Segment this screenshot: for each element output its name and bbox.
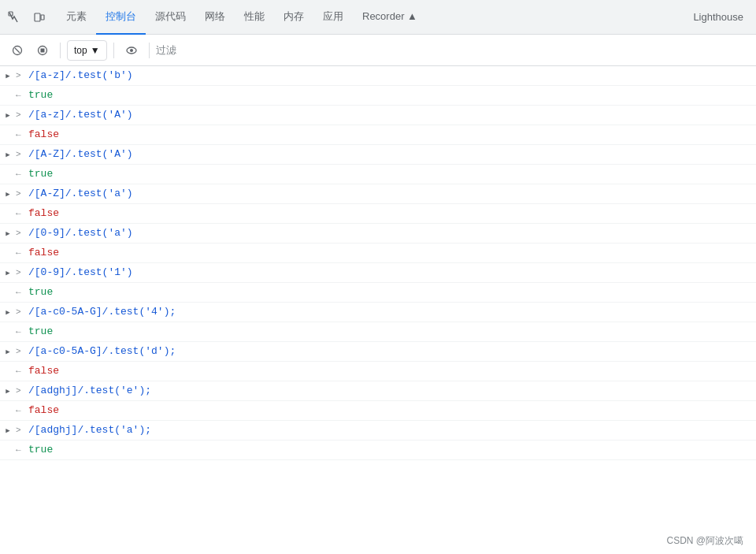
console-row: ←true bbox=[0, 86, 756, 106]
console-row: ←false bbox=[0, 204, 756, 224]
tab-performance[interactable]: 性能 bbox=[235, 0, 274, 35]
expand-arrow-icon[interactable]: ▶ bbox=[0, 149, 16, 159]
tab-bar: 元素 控制台 源代码 网络 性能 内存 应用 Recorder ▲ Lighth… bbox=[0, 0, 756, 35]
svg-rect-2 bbox=[41, 15, 44, 20]
expand-arrow-icon[interactable]: ▶ bbox=[0, 346, 16, 356]
console-row-content: /[a-z]/.test('A') bbox=[28, 107, 756, 123]
row-direction-indicator: > bbox=[16, 385, 28, 396]
console-row-content: /[0-9]/.test('a') bbox=[28, 225, 756, 241]
console-row: ▶>/[a-z]/.test('b') bbox=[0, 66, 756, 86]
console-row-content: false bbox=[28, 206, 756, 221]
expand-arrow-icon bbox=[0, 333, 16, 334]
console-row-content: /[A-Z]/.test('A') bbox=[28, 147, 756, 162]
toolbar: top ▼ bbox=[0, 35, 756, 66]
row-direction-indicator: ← bbox=[16, 366, 28, 376]
console-row-content: /[a-c0-5A-G]/.test('d'); bbox=[28, 344, 756, 359]
tab-console[interactable]: 控制台 bbox=[96, 0, 146, 35]
row-direction-indicator: ← bbox=[16, 444, 28, 455]
console-row-content: /[adghj]/.test('a'); bbox=[28, 422, 756, 438]
divider-3 bbox=[149, 43, 150, 58]
expand-arrow-icon[interactable]: ▶ bbox=[0, 267, 16, 277]
row-direction-indicator: ← bbox=[16, 326, 28, 336]
expand-arrow-icon[interactable]: ▶ bbox=[0, 70, 16, 80]
expand-arrow-icon bbox=[0, 136, 16, 137]
console-row-content: /[a-z]/.test('b') bbox=[28, 68, 756, 84]
expand-arrow-icon bbox=[0, 372, 16, 374]
stop-button[interactable] bbox=[32, 39, 54, 61]
expand-arrow-icon[interactable]: ▶ bbox=[0, 228, 16, 238]
tab-network[interactable]: 网络 bbox=[195, 0, 235, 35]
console-row-content: false bbox=[28, 127, 756, 143]
console-area: ▶>/[a-z]/.test('b')←true▶>/[a-z]/.test('… bbox=[0, 66, 756, 554]
tab-memory[interactable]: 内存 bbox=[274, 0, 313, 35]
inspect-icon[interactable] bbox=[3, 6, 25, 28]
console-row: ▶>/[0-9]/.test('a') bbox=[0, 224, 756, 244]
console-row-content: true bbox=[28, 166, 756, 182]
row-direction-indicator: ← bbox=[16, 287, 28, 297]
console-row: ←true bbox=[0, 165, 756, 184]
expand-arrow-icon[interactable]: ▶ bbox=[0, 385, 16, 396]
expand-arrow-icon bbox=[0, 293, 16, 295]
tab-recorder[interactable]: Recorder ▲ bbox=[353, 0, 427, 35]
console-row: ▶>/[0-9]/.test('1') bbox=[0, 263, 756, 283]
tab-lighthouse[interactable]: Lighthouse bbox=[684, 0, 753, 35]
tab-elements[interactable]: 元素 bbox=[57, 0, 96, 35]
console-row: ←true bbox=[0, 283, 756, 303]
console-row-content: /[A-Z]/.test('a') bbox=[28, 186, 756, 202]
row-direction-indicator: ← bbox=[16, 169, 28, 179]
console-row: ▶>/[adghj]/.test('e'); bbox=[0, 381, 756, 401]
console-row-content: true bbox=[28, 284, 756, 300]
tab-sources[interactable]: 源代码 bbox=[146, 0, 195, 35]
row-direction-indicator: ← bbox=[16, 208, 28, 218]
console-row: ←true bbox=[0, 322, 756, 342]
divider-2 bbox=[113, 43, 114, 58]
expand-arrow-icon bbox=[0, 96, 16, 98]
console-row-content: true bbox=[28, 324, 756, 340]
expand-arrow-icon[interactable]: ▶ bbox=[0, 110, 16, 120]
row-direction-indicator: > bbox=[16, 267, 28, 277]
row-direction-indicator: > bbox=[16, 307, 28, 317]
clear-console-button[interactable] bbox=[6, 39, 28, 61]
expand-arrow-icon bbox=[0, 411, 16, 413]
expand-arrow-icon[interactable]: ▶ bbox=[0, 307, 16, 317]
expand-arrow-icon bbox=[0, 175, 16, 177]
row-direction-indicator: > bbox=[16, 110, 28, 120]
console-row-content: true bbox=[28, 442, 756, 458]
context-selector[interactable]: top ▼ bbox=[67, 40, 107, 61]
console-row-content: /[0-9]/.test('1') bbox=[28, 265, 756, 281]
row-direction-indicator: ← bbox=[16, 247, 28, 258]
expand-arrow-icon bbox=[0, 451, 16, 452]
device-icon[interactable] bbox=[28, 6, 50, 28]
console-row-content: false bbox=[28, 403, 756, 418]
eye-icon-button[interactable] bbox=[120, 39, 143, 61]
console-row: ←false bbox=[0, 362, 756, 381]
svg-rect-1 bbox=[35, 13, 40, 21]
context-label: top bbox=[74, 45, 87, 56]
expand-arrow-icon bbox=[0, 214, 16, 216]
console-row: ▶>/[A-Z]/.test('A') bbox=[0, 145, 756, 165]
row-direction-indicator: > bbox=[16, 228, 28, 238]
console-row: ▶>/[a-c0-5A-G]/.test('4'); bbox=[0, 303, 756, 322]
console-row-content: false bbox=[28, 363, 756, 379]
row-direction-indicator: ← bbox=[16, 405, 28, 415]
divider-1 bbox=[60, 43, 61, 58]
console-row-content: false bbox=[28, 245, 756, 261]
console-row: ←false bbox=[0, 244, 756, 263]
svg-point-8 bbox=[130, 49, 133, 52]
tab-application[interactable]: 应用 bbox=[313, 0, 353, 35]
chevron-down-icon: ▼ bbox=[91, 45, 100, 56]
watermark: CSDN @阿波次噶 bbox=[666, 534, 743, 548]
row-direction-indicator: > bbox=[16, 70, 28, 80]
console-row: ▶>/[a-c0-5A-G]/.test('d'); bbox=[0, 342, 756, 362]
expand-arrow-icon[interactable]: ▶ bbox=[0, 188, 16, 199]
svg-rect-6 bbox=[41, 48, 45, 52]
expand-arrow-icon[interactable]: ▶ bbox=[0, 425, 16, 435]
row-direction-indicator: > bbox=[16, 188, 28, 199]
console-row: ←true bbox=[0, 441, 756, 460]
filter-input[interactable] bbox=[156, 44, 313, 56]
console-row: ←false bbox=[0, 125, 756, 145]
expand-arrow-icon bbox=[0, 254, 16, 255]
row-direction-indicator: > bbox=[16, 149, 28, 159]
console-row: ▶>/[adghj]/.test('a'); bbox=[0, 421, 756, 441]
console-row: ▶>/[A-Z]/.test('a') bbox=[0, 184, 756, 204]
